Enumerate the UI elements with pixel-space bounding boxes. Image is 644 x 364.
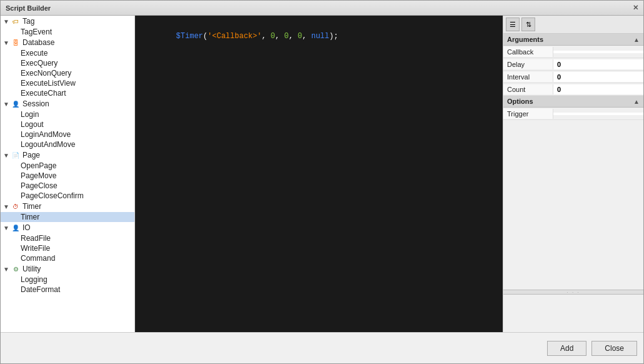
tree-item-openPage[interactable]: OpenPage — [1, 161, 134, 171]
tree-item-utility[interactable]: ▼⚙Utility — [1, 263, 134, 275]
tree-item-writeFile[interactable]: WriteFile — [1, 243, 134, 253]
arg-value-callback[interactable] — [553, 51, 643, 53]
session-icon: 👤 — [11, 99, 21, 109]
tree-item-tag[interactable]: ▼🏷Tag — [1, 16, 134, 27]
arg-value-interval[interactable]: 0 — [553, 72, 643, 82]
script-builder-window: Script Builder ✕ ▼🏷TagTagEvent▼🗄Database… — [0, 0, 644, 364]
tree-label-execute: Execute — [21, 49, 48, 58]
options-header: Options ▲ — [503, 96, 643, 108]
tree-label-logoutAndMove: LogoutAndMove — [21, 140, 75, 149]
main-content: ▼🏷TagTagEvent▼🗄DatabaseExecuteExecQueryE… — [1, 16, 643, 332]
toolbar-icon-1: ☰ — [510, 21, 516, 29]
tree-label-dateFormat: DateFormat — [21, 285, 60, 294]
arg-label-interval: Interval — [503, 72, 553, 82]
code-panel[interactable]: $Timer('<Callback>', 0, 0, 0, null); — [135, 16, 503, 332]
tree-item-tagEvent[interactable]: TagEvent — [1, 27, 134, 37]
arg-row-trigger: Trigger — [503, 108, 643, 120]
tree-item-page[interactable]: ▼📄Page — [1, 149, 134, 161]
arg-label-count: Count — [503, 84, 553, 94]
toolbar-icon-2: ⇅ — [526, 21, 531, 29]
tree-label-timerItem: Timer — [21, 213, 39, 221]
arg-row-callback: Callback — [503, 46, 643, 58]
tree-item-pageCloseConfirm[interactable]: PageCloseConfirm — [1, 191, 134, 201]
arg-row-count: Count 0 — [503, 83, 643, 96]
tree-label-executeListView: ExecuteListView — [21, 79, 76, 88]
io-icon: 👤 — [11, 223, 21, 233]
tree-item-pageClose[interactable]: PageClose — [1, 181, 134, 191]
tree-item-readFile[interactable]: ReadFile — [1, 233, 134, 243]
right-bottom-area — [503, 295, 643, 332]
tree-item-timerItem[interactable]: Timer — [1, 212, 134, 222]
tree-label-logout: Logout — [21, 120, 44, 129]
tree-item-execute[interactable]: Execute — [1, 48, 134, 58]
db-icon: 🗄 — [11, 38, 21, 48]
right-toolbar: ☰ ⇅ — [503, 16, 643, 34]
close-button[interactable]: Close — [591, 341, 637, 356]
arguments-label: Arguments — [507, 36, 543, 43]
tree-item-pageMove[interactable]: PageMove — [1, 171, 134, 181]
resize-handle[interactable]: · · · — [503, 290, 643, 295]
options-collapse-icon[interactable]: ▲ — [633, 98, 640, 105]
tree-item-timer[interactable]: ▼⏱Timer — [1, 201, 134, 212]
arguments-collapse-icon[interactable]: ▲ — [633, 36, 640, 43]
tree-item-execNonQuery[interactable]: ExecNonQuery — [1, 68, 134, 78]
tree-item-logout[interactable]: Logout — [1, 119, 134, 129]
arg-value-trigger[interactable] — [553, 113, 643, 115]
tree-item-execQuery[interactable]: ExecQuery — [1, 58, 134, 68]
arg-value-count[interactable]: 0 — [553, 84, 643, 94]
close-icon[interactable]: ✕ — [633, 4, 638, 12]
tree-panel: ▼🏷TagTagEvent▼🗄DatabaseExecuteExecQueryE… — [1, 16, 135, 332]
tree-label-loginAndMove: LoginAndMove — [21, 130, 71, 139]
tree-item-loginAndMove[interactable]: LoginAndMove — [1, 129, 134, 139]
options-label: Options — [507, 98, 533, 105]
add-button[interactable]: Add — [547, 341, 586, 356]
tree-label-logging: Logging — [21, 275, 48, 284]
tree-label-readFile: ReadFile — [21, 234, 51, 243]
tree-item-executeListView[interactable]: ExecuteListView — [1, 78, 134, 88]
toolbar-btn-1[interactable]: ☰ — [506, 18, 520, 31]
tree-scroll[interactable]: ▼🏷TagTagEvent▼🗄DatabaseExecuteExecQueryE… — [1, 16, 134, 332]
tree-label-executeChart: ExecuteChart — [21, 89, 66, 98]
tree-item-session[interactable]: ▼👤Session — [1, 98, 134, 109]
tree-arrow: ▼ — [3, 225, 11, 231]
tree-label-login: Login — [21, 110, 39, 119]
tree-arrow: ▼ — [3, 18, 11, 25]
tree-arrow: ▼ — [3, 152, 11, 159]
tree-arrow: ▼ — [3, 101, 11, 108]
tree-item-database[interactable]: ▼🗄Database — [1, 37, 134, 48]
tree-label-execNonQuery: ExecNonQuery — [21, 69, 71, 78]
tree-arrow: ▼ — [3, 39, 11, 46]
arg-value-delay[interactable]: 0 — [553, 59, 643, 69]
tree-item-logoutAndMove[interactable]: LogoutAndMove — [1, 139, 134, 149]
code-function: $Timer — [176, 32, 203, 41]
page-icon: 📄 — [11, 150, 21, 160]
arg-label-delay: Delay — [503, 59, 553, 69]
tree-label-command: Command — [21, 254, 55, 263]
bottom-bar: Add Close — [1, 332, 643, 363]
tree-label-pageClose: PageClose — [21, 181, 58, 190]
tree-item-io[interactable]: ▼👤IO — [1, 222, 134, 233]
tree-label-writeFile: WriteFile — [21, 244, 50, 253]
toolbar-btn-2[interactable]: ⇅ — [521, 18, 535, 31]
args-section: Arguments ▲ Callback Delay 0 Interval 0 … — [503, 34, 643, 290]
tree-label-io: IO — [23, 223, 31, 232]
tree-arrow: ▼ — [3, 266, 11, 273]
arg-row-delay: Delay 0 — [503, 58, 643, 71]
tree-label-openPage: OpenPage — [21, 161, 56, 170]
code-line: $Timer('<Callback>', 0, 0, 0, null); — [140, 19, 498, 53]
tree-item-login[interactable]: Login — [1, 109, 134, 119]
tree-label-utility: Utility — [23, 265, 41, 273]
tree-label-database: Database — [23, 38, 54, 47]
tree-item-dateFormat[interactable]: DateFormat — [1, 285, 134, 295]
tree-item-executeChart[interactable]: ExecuteChart — [1, 88, 134, 98]
arg-label-trigger: Trigger — [503, 109, 553, 119]
utility-icon: ⚙ — [11, 264, 21, 274]
tree-arrow: ▼ — [3, 203, 11, 210]
tree-label-pageMove: PageMove — [21, 171, 56, 180]
tree-item-command[interactable]: Command — [1, 253, 134, 263]
tree-label-pageCloseConfirm: PageCloseConfirm — [21, 191, 84, 200]
tree-item-logging[interactable]: Logging — [1, 275, 134, 285]
tree-label-timer: Timer — [23, 202, 41, 211]
arguments-header: Arguments ▲ — [503, 34, 643, 46]
tree-label-page: Page — [23, 151, 40, 159]
